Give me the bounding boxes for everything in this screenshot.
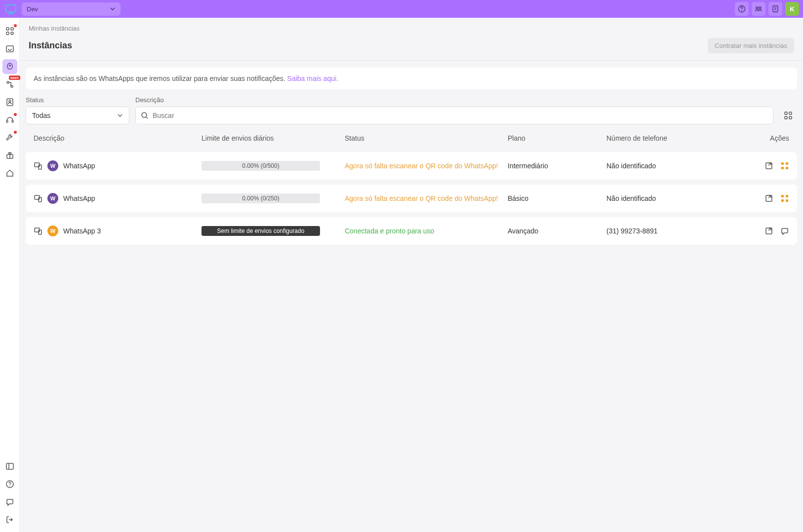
view-toggle-button[interactable] bbox=[779, 107, 797, 124]
daily-limit-bar: Sem limite de envios configurado bbox=[201, 226, 320, 236]
open-instance-button[interactable] bbox=[764, 161, 773, 170]
banner-text: As instâncias são os WhatsApps que iremo… bbox=[34, 75, 287, 82]
info-banner: As instâncias são os WhatsApps que iremo… bbox=[26, 68, 797, 89]
instance-status: Agora só falta escanear o QR code do Wha… bbox=[345, 162, 498, 170]
hire-instances-button[interactable]: Contratar mais instâncias bbox=[708, 38, 794, 53]
svg-rect-6 bbox=[773, 6, 778, 12]
wrench-icon bbox=[5, 133, 14, 142]
status-filter-label: Status bbox=[26, 96, 129, 104]
flow-icon bbox=[5, 80, 14, 89]
svg-rect-36 bbox=[781, 162, 784, 165]
sidebar-item-inbox[interactable] bbox=[2, 41, 17, 56]
svg-point-4 bbox=[756, 7, 758, 9]
chevron-down-icon bbox=[117, 113, 123, 118]
filters: Status Todas Descrição bbox=[20, 89, 803, 124]
svg-point-12 bbox=[11, 32, 13, 35]
notification-dot-icon bbox=[14, 113, 17, 116]
svg-point-5 bbox=[759, 7, 761, 9]
user-avatar[interactable]: K bbox=[785, 2, 799, 16]
help-button[interactable] bbox=[735, 2, 749, 16]
instance-name: WhatsApp 3 bbox=[63, 227, 101, 235]
instance-name: WhatsApp bbox=[63, 194, 95, 202]
svg-rect-44 bbox=[786, 195, 788, 197]
sidebar-item-chat[interactable] bbox=[2, 494, 17, 509]
svg-rect-39 bbox=[786, 167, 788, 169]
col-header-status: Status bbox=[345, 134, 508, 142]
notes-button[interactable] bbox=[768, 2, 782, 16]
table-row: W WhatsApp 0.00% (0/250) Agora só falta … bbox=[26, 185, 797, 212]
scan-qr-button[interactable] bbox=[780, 161, 789, 170]
banner-link[interactable]: Saiba mais aqui. bbox=[287, 75, 339, 82]
team-button[interactable] bbox=[752, 2, 765, 16]
sidebar-item-logout[interactable] bbox=[2, 512, 17, 527]
search-input[interactable] bbox=[153, 112, 768, 119]
sidebar-item-instances[interactable] bbox=[2, 59, 17, 74]
notes-icon bbox=[771, 5, 779, 13]
notification-dot-icon bbox=[14, 131, 17, 134]
workspace-name: Dev bbox=[27, 5, 38, 13]
headset-icon bbox=[5, 115, 14, 124]
svg-rect-1 bbox=[7, 6, 14, 10]
sidebar-item-rewards[interactable] bbox=[2, 148, 17, 163]
instance-phone: Não identificado bbox=[606, 162, 690, 170]
sidebar-item-home[interactable] bbox=[2, 166, 17, 181]
svg-rect-43 bbox=[781, 195, 784, 197]
grid-view-icon bbox=[784, 111, 793, 120]
sidebar-item-dashboard[interactable] bbox=[2, 24, 17, 38]
instance-plan: Avançado bbox=[508, 227, 606, 235]
svg-rect-32 bbox=[789, 116, 792, 119]
svg-rect-38 bbox=[781, 167, 784, 169]
main-content: Minhas instâncias Instâncias Contratar m… bbox=[20, 18, 803, 532]
instance-plan: Intermediário bbox=[508, 162, 606, 170]
instances-table: Descrição Limite de envios diários Statu… bbox=[26, 129, 797, 245]
rocket-icon bbox=[5, 62, 14, 71]
device-icon bbox=[34, 227, 42, 235]
home-icon bbox=[5, 169, 14, 178]
svg-point-27 bbox=[142, 113, 147, 117]
grid-icon bbox=[5, 27, 14, 36]
instance-status: Conectada e pronto para uso bbox=[345, 227, 434, 235]
svg-rect-30 bbox=[789, 112, 792, 114]
daily-limit-bar: 0.00% (0/250) bbox=[201, 193, 320, 203]
sidebar-item-contacts[interactable] bbox=[2, 95, 17, 110]
col-header-actions: Ações bbox=[690, 134, 789, 142]
status-filter-select[interactable]: Todas bbox=[26, 107, 129, 124]
sidebar-item-tools[interactable] bbox=[2, 130, 17, 145]
app-logo[interactable] bbox=[4, 2, 18, 16]
sidebar-item-flows[interactable]: novo bbox=[2, 77, 17, 92]
search-icon bbox=[141, 112, 149, 119]
svg-point-18 bbox=[9, 100, 11, 102]
sidebar-item-help[interactable] bbox=[2, 477, 17, 492]
col-header-limit: Limite de envios diários bbox=[201, 134, 345, 142]
table-header: Descrição Limite de envios diários Statu… bbox=[26, 129, 797, 147]
instance-phone: Não identificado bbox=[606, 194, 690, 202]
svg-rect-45 bbox=[781, 199, 784, 202]
sidebar-item-support[interactable] bbox=[2, 113, 17, 127]
open-instance-button[interactable] bbox=[764, 194, 773, 203]
page-title: Instâncias bbox=[29, 40, 72, 51]
panel-icon bbox=[5, 462, 14, 471]
status-filter-value: Todas bbox=[32, 112, 50, 119]
topbar-actions: K bbox=[735, 2, 799, 16]
instance-avatar: W bbox=[47, 226, 58, 236]
open-instance-button[interactable] bbox=[764, 227, 773, 235]
svg-rect-10 bbox=[11, 28, 13, 30]
svg-rect-9 bbox=[6, 28, 9, 30]
daily-limit-bar: 0.00% (0/500) bbox=[201, 161, 320, 171]
svg-rect-46 bbox=[786, 199, 788, 202]
svg-line-28 bbox=[146, 117, 148, 118]
scan-qr-button[interactable] bbox=[780, 194, 789, 203]
page-header: Instâncias Contratar mais instâncias bbox=[20, 35, 803, 61]
svg-point-15 bbox=[7, 81, 9, 83]
svg-rect-29 bbox=[785, 112, 787, 114]
instance-avatar: W bbox=[47, 193, 58, 204]
open-chat-button[interactable] bbox=[780, 227, 789, 235]
svg-rect-37 bbox=[786, 162, 788, 165]
instance-plan: Básico bbox=[508, 194, 606, 202]
sidebar-item-collapse[interactable] bbox=[2, 459, 17, 474]
col-header-desc: Descrição bbox=[34, 134, 201, 142]
sidebar: novo bbox=[0, 18, 20, 532]
workspace-selector[interactable]: Dev bbox=[22, 2, 120, 16]
help-icon bbox=[738, 5, 746, 13]
col-header-phone: Número de telefone bbox=[606, 134, 690, 142]
